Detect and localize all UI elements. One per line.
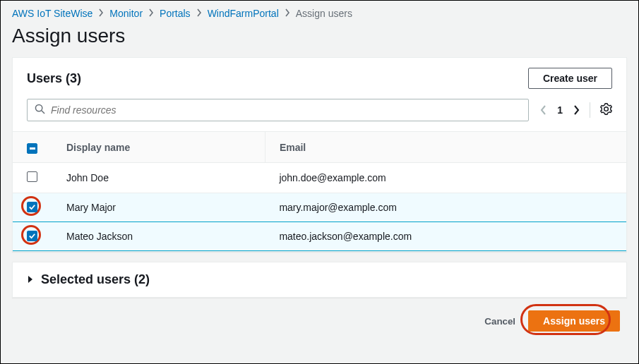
caret-right-icon [27,274,34,286]
breadcrumb-link-portal-name[interactable]: WindFarmPortal [208,8,279,19]
users-panel: Users (3) Create user 1 [12,57,627,252]
breadcrumb-current: Assign users [296,8,352,19]
row-checkbox[interactable] [27,171,37,182]
footer-actions: Cancel Assign users [1,308,638,332]
cell-email: mary.major@example.com [265,193,626,222]
breadcrumb: AWS IoT SiteWise Monitor Portals WindFar… [1,1,638,25]
cell-display-name: John Doe [52,163,265,193]
svg-line-1 [42,111,44,114]
chevron-right-icon [196,8,202,19]
cell-email: john.doe@example.com [265,163,626,193]
cell-display-name: Mary Major [52,193,265,222]
chevron-right-icon [285,8,290,19]
row-checkbox[interactable] [27,202,37,212]
selected-users-panel: Selected users (2) [12,262,627,298]
assign-users-button[interactable]: Assign users [528,310,620,332]
column-header-email[interactable]: Email [265,132,626,163]
cancel-button[interactable]: Cancel [484,316,515,327]
breadcrumb-link-portals[interactable]: Portals [160,8,191,19]
search-input[interactable] [51,104,521,116]
svg-point-0 [35,104,42,111]
cell-email: mateo.jackson@example.com [265,222,626,251]
breadcrumb-link-sitewise[interactable]: AWS IoT SiteWise [12,8,92,19]
search-input-wrap[interactable] [27,99,529,121]
divider [590,102,590,118]
chevron-right-icon [148,8,154,19]
users-table: Display name Email John Doe john.doe@exa… [13,131,626,251]
prev-page-button[interactable] [540,105,547,115]
table-row[interactable]: Mary Major mary.major@example.com [13,193,626,222]
gear-icon [600,103,612,117]
cell-display-name: Mateo Jackson [52,222,265,251]
pagination: 1 [540,102,612,118]
page-title: Assign users [1,25,638,57]
create-user-button[interactable]: Create user [528,68,612,89]
settings-button[interactable] [600,103,612,117]
column-header-name[interactable]: Display name [52,132,265,163]
select-all-checkbox[interactable] [27,143,37,154]
chevron-right-icon [98,8,104,19]
table-row[interactable]: Mateo Jackson mateo.jackson@example.com [13,222,626,251]
search-icon [35,104,45,116]
table-row[interactable]: John Doe john.doe@example.com [13,163,626,193]
breadcrumb-link-monitor[interactable]: Monitor [109,8,143,19]
row-checkbox[interactable] [27,231,37,241]
selected-users-toggle[interactable]: Selected users (2) [13,262,626,297]
users-panel-title: Users (3) [27,71,81,86]
selected-users-title: Selected users (2) [41,272,150,287]
next-page-button[interactable] [573,105,580,115]
page-number: 1 [557,104,563,116]
